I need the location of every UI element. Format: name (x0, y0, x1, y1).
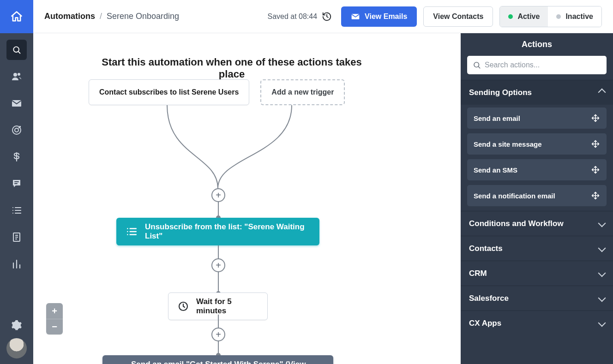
saved-indicator: Saved at 08:44 (267, 12, 332, 22)
svg-point-1 (13, 73, 17, 77)
view-emails-label: View Emails (365, 12, 407, 21)
user-avatar[interactable] (6, 338, 27, 358)
breadcrumb: Automations / Serene Onboarding (44, 12, 179, 21)
actions-search-input[interactable] (485, 61, 601, 69)
sending-options-items: Send an email Send a site message Send a… (461, 105, 613, 211)
move-icon (591, 139, 600, 149)
svg-point-2 (18, 73, 20, 76)
trigger-add-new[interactable]: Add a new trigger (260, 79, 345, 105)
chevron-down-icon (599, 294, 605, 303)
node-send-email-label: Send an email "Get Started With Serene" … (131, 360, 324, 364)
section-label: CRM (469, 269, 487, 278)
status-active-label: Active (517, 12, 540, 21)
trigger-existing[interactable]: Contact subscribes to list Serene Users (89, 79, 249, 105)
actions-panel: Actions Sending Options Send an email Se… (461, 33, 613, 364)
chevron-down-icon (599, 244, 605, 253)
action-send-sms[interactable]: Send an SMS (467, 159, 607, 180)
contacts-icon (11, 71, 22, 82)
svg-point-5 (15, 128, 18, 132)
section-crm[interactable]: CRM (461, 261, 613, 286)
action-label: Send an email (474, 114, 520, 122)
sidebar-settings[interactable] (6, 315, 27, 335)
section-sending-options[interactable]: Sending Options (461, 80, 613, 105)
envelope-icon (11, 98, 22, 109)
chat-icon (11, 178, 22, 189)
active-dot-icon (508, 14, 513, 19)
breadcrumb-separator: / (100, 12, 102, 21)
connector-line (218, 245, 219, 259)
chevron-up-icon (599, 88, 605, 97)
section-label: Conditions and Workflow (469, 219, 564, 228)
add-step-button-3[interactable]: + (211, 328, 225, 341)
sidebar-contacts[interactable] (6, 66, 27, 87)
action-send-notification-email[interactable]: Send a notification email (467, 185, 607, 206)
status-active[interactable]: Active (500, 6, 548, 27)
node-wait-label: Wait for 5 minutes (196, 297, 258, 316)
move-icon (591, 165, 600, 174)
connector-line (218, 271, 219, 293)
zoom-controls: + − (46, 303, 63, 334)
move-icon (591, 191, 600, 200)
section-salesforce[interactable]: Salesforce (461, 286, 613, 310)
action-send-site-message[interactable]: Send a site message (467, 133, 607, 155)
svg-point-10 (474, 62, 479, 67)
section-sending-options-label: Sending Options (469, 88, 532, 97)
section-conditions-workflow[interactable]: Conditions and Workflow (461, 211, 613, 236)
status-toggle: Active Inactive (499, 6, 602, 27)
zoom-out-button[interactable]: − (46, 319, 63, 334)
move-icon (591, 113, 600, 123)
history-icon[interactable] (322, 12, 332, 22)
add-step-button-2[interactable]: + (211, 258, 225, 272)
left-sidebar (0, 0, 33, 364)
section-contacts[interactable]: Contacts (461, 236, 613, 261)
view-contacts-label: View Contacts (433, 12, 483, 21)
top-bar: Automations / Serene Onboarding Saved at… (33, 0, 613, 33)
canvas-title: Start this automation when one of these … (89, 56, 375, 80)
section-label: Salesforce (469, 294, 509, 303)
sidebar-reports[interactable] (6, 254, 27, 274)
bar-chart-icon (11, 258, 22, 269)
status-inactive[interactable]: Inactive (548, 6, 601, 27)
action-send-email[interactable]: Send an email (467, 107, 607, 129)
sidebar-search[interactable] (6, 40, 27, 60)
section-cx-apps[interactable]: CX Apps (461, 310, 613, 335)
inactive-dot-icon (556, 14, 561, 19)
zoom-in-button[interactable]: + (46, 303, 63, 319)
gear-icon (11, 320, 22, 331)
sidebar-lists[interactable] (6, 200, 27, 221)
actions-panel-title: Actions (461, 33, 613, 54)
section-label: Contacts (469, 244, 503, 253)
automation-canvas[interactable]: Start this automation when one of these … (33, 33, 461, 364)
target-icon (11, 125, 22, 136)
action-label: Send a notification email (474, 192, 555, 200)
connector-lines (89, 105, 366, 193)
section-label: CX Apps (469, 319, 501, 328)
search-icon (12, 45, 21, 54)
document-icon (11, 232, 22, 243)
status-inactive-label: Inactive (565, 12, 593, 21)
sidebar-forms[interactable] (6, 227, 27, 247)
sidebar-deals[interactable] (6, 147, 27, 167)
dollar-icon (11, 151, 22, 162)
list-icon (126, 226, 138, 238)
home-icon (10, 10, 23, 23)
svg-point-0 (13, 47, 19, 52)
chevron-down-icon (599, 319, 605, 328)
view-contacts-button[interactable]: View Contacts (423, 6, 493, 27)
actions-search[interactable] (467, 56, 607, 74)
node-send-email[interactable]: Send an email "Get Started With Serene" … (102, 355, 333, 364)
action-label: Send an SMS (474, 166, 517, 174)
breadcrumb-root[interactable]: Automations (44, 12, 95, 21)
list-icon (11, 205, 22, 216)
home-button[interactable] (0, 0, 33, 33)
add-step-button-1[interactable]: + (211, 188, 225, 202)
sidebar-automations[interactable] (6, 120, 27, 140)
connector-line (218, 315, 219, 328)
view-emails-button[interactable]: View Emails (341, 6, 417, 27)
clock-icon (178, 301, 189, 312)
node-unsubscribe-label: Unsubscribe from the list: "Serene Waiti… (145, 222, 310, 241)
sidebar-conversations[interactable] (6, 173, 27, 194)
sidebar-campaigns[interactable] (6, 93, 27, 113)
node-unsubscribe[interactable]: Unsubscribe from the list: "Serene Waiti… (116, 218, 319, 245)
search-icon (473, 61, 481, 69)
